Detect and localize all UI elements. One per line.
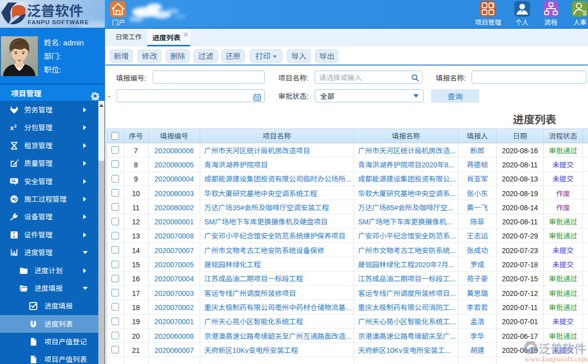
svg-text:2: 2 [14, 124, 17, 129]
svg-text:x: x [10, 124, 14, 132]
